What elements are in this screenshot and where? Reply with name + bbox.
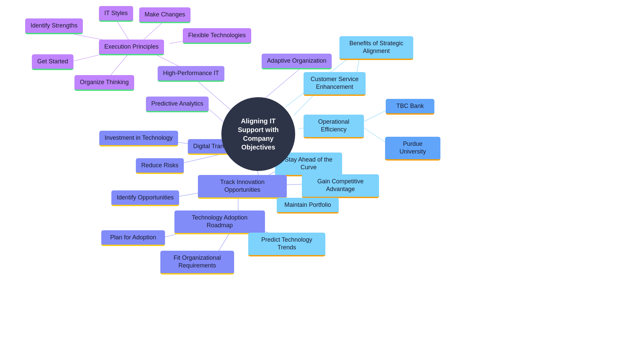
node-investment-tech[interactable]: Investment in Technology bbox=[99, 131, 178, 146]
node-tbc-bank[interactable]: TBC Bank bbox=[386, 99, 434, 115]
node-get-started[interactable]: Get Started bbox=[32, 54, 73, 70]
node-fit-org[interactable]: Fit Organizational Requirements bbox=[160, 251, 234, 275]
node-tech-adoption[interactable]: Technology Adoption Roadmap bbox=[174, 210, 265, 234]
node-make-changes[interactable]: Make Changes bbox=[139, 7, 191, 23]
node-track-innovation[interactable]: Track Innovation Opportunities bbox=[198, 175, 287, 199]
node-maintain-portfolio[interactable]: Maintain Portfolio bbox=[277, 198, 339, 214]
node-operational-efficiency[interactable]: Operational Efficiency bbox=[304, 115, 364, 138]
node-purdue-university[interactable]: Purdue University bbox=[385, 137, 440, 161]
node-gain-competitive[interactable]: Gain Competitive Advantage bbox=[302, 174, 379, 198]
node-organize-thinking[interactable]: Organize Thinking bbox=[74, 75, 134, 91]
node-high-performance-it[interactable]: High-Performance IT bbox=[158, 66, 224, 82]
node-adaptive-org[interactable]: Adaptive Organization bbox=[262, 54, 332, 69]
node-identify-strengths[interactable]: Identify Strengths bbox=[25, 18, 83, 34]
node-execution-principles[interactable]: Execution Principles bbox=[99, 40, 164, 55]
center-node: Aligning IT Support with Company Objecti… bbox=[221, 97, 295, 171]
node-customer-service[interactable]: Customer Service Enhancement bbox=[304, 72, 366, 96]
node-predictive-analytics[interactable]: Predictive Analytics bbox=[146, 97, 209, 112]
node-identify-opps[interactable]: Identify Opportunities bbox=[111, 190, 179, 206]
node-it-styles[interactable]: IT Styles bbox=[99, 6, 133, 22]
node-reduce-risks[interactable]: Reduce Risks bbox=[136, 158, 184, 174]
node-predict-trends[interactable]: Predict Technology Trends bbox=[248, 233, 325, 256]
node-plan-adoption[interactable]: Plan for Adoption bbox=[101, 230, 165, 246]
svg-line-25 bbox=[362, 109, 389, 122]
node-flexible-tech[interactable]: Flexible Technologies bbox=[183, 28, 251, 44]
node-benefits-strategic[interactable]: Benefits of Strategic Alignment bbox=[339, 36, 413, 60]
